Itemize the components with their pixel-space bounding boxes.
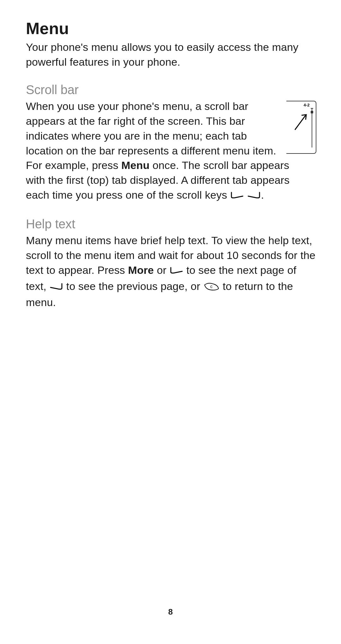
svg-rect-2 [311, 111, 313, 113]
help-body-4: to see the previous page, or [63, 280, 203, 292]
more-keyword: More [128, 264, 154, 276]
c-button-icon: c [203, 280, 220, 295]
page-number: 8 [0, 607, 341, 617]
figure-label-text: 4-2 [304, 103, 310, 107]
scroll-up-icon [49, 280, 63, 295]
scroll-up-icon [247, 189, 261, 204]
scroll-down-icon [170, 264, 183, 279]
scrollbar-example: For example, press Menu once. The scroll… [26, 158, 310, 204]
scrollbar-section: When you use your phone's menu, a scroll… [26, 99, 316, 158]
scrollbar-heading: Scroll bar [26, 83, 316, 97]
scrollbar-body: When you use your phone's menu, a scroll… [26, 99, 280, 158]
scrollbar-figure: 4-2 [286, 101, 316, 156]
menu-keyword: Menu [121, 159, 149, 171]
helptext-heading: Help text [26, 217, 316, 231]
example-post-2: . [261, 189, 264, 201]
help-body-2: or [154, 264, 170, 276]
manual-page: Menu Your phone's menu allows you to eas… [0, 0, 341, 644]
example-pre: For example, press [26, 159, 121, 171]
svg-text:c: c [210, 284, 212, 289]
scroll-down-icon [230, 189, 244, 204]
page-title: Menu [26, 19, 316, 38]
helptext-body: Many menu items have brief help text. To… [26, 233, 316, 310]
intro-paragraph: Your phone's menu allows you to easily a… [26, 40, 304, 69]
